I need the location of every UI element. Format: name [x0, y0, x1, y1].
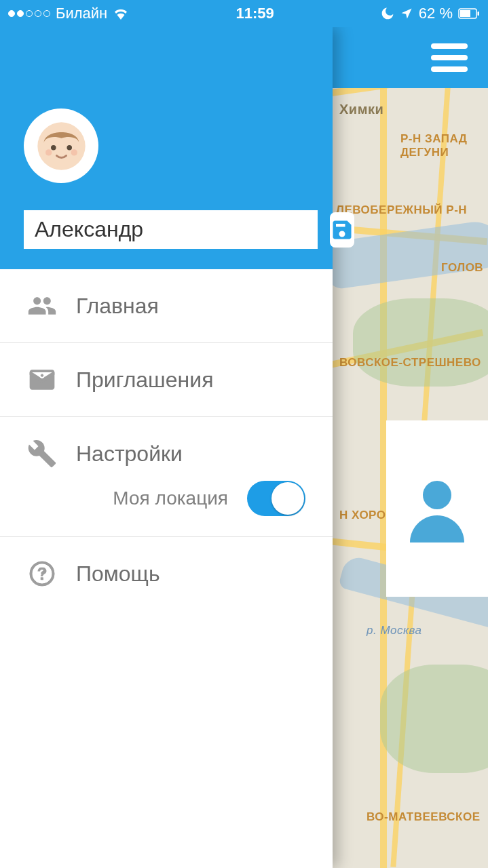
menu-label-help: Помощь: [76, 561, 160, 587]
map-green: [353, 298, 488, 387]
hamburger-menu-icon[interactable]: [431, 43, 468, 72]
map-label-pokrov-stresh: ВОВСКОЕ-СТРЕШНЕВО: [339, 356, 481, 370]
map-green: [380, 665, 488, 773]
save-icon: [330, 218, 354, 242]
drawer-header: [0, 27, 333, 269]
invitation-icon: [27, 365, 57, 395]
user-icon: [396, 468, 478, 549]
wrench-icon: [27, 439, 57, 469]
avatar-face-icon: [36, 121, 87, 172]
battery-icon: [458, 8, 480, 19]
help-icon: ?: [27, 559, 57, 589]
svg-point-4: [45, 149, 52, 155]
status-bar-left: Билайн: [8, 5, 129, 22]
svg-point-2: [51, 145, 56, 151]
svg-point-0: [423, 481, 451, 509]
people-icon: [27, 291, 57, 321]
side-drawer: Главная Приглашения Настройки Моя локаци…: [0, 27, 333, 868]
svg-rect-11: [478, 12, 480, 16]
svg-point-1: [37, 122, 85, 170]
map-label-golov: ГОЛОВ: [441, 261, 483, 275]
map-user-card[interactable]: [386, 420, 488, 597]
toggle-knob: [271, 482, 304, 515]
save-button[interactable]: [330, 212, 354, 248]
svg-point-3: [67, 145, 72, 151]
svg-rect-10: [460, 10, 470, 17]
svg-text:?: ?: [37, 564, 48, 583]
map-label-khimki: Химки: [339, 102, 383, 117]
status-bar-time: 11:59: [129, 5, 381, 22]
status-bar-right: 62 %: [381, 5, 480, 22]
location-toggle[interactable]: [247, 481, 305, 516]
location-toggle-label: Моя локация: [35, 488, 235, 509]
menu-label-settings: Настройки: [76, 441, 183, 467]
name-input[interactable]: [24, 210, 318, 249]
menu-item-invitations[interactable]: Приглашения: [0, 342, 333, 416]
menu-item-settings[interactable]: Настройки: [0, 416, 333, 481]
moon-icon: [381, 7, 394, 20]
menu-sub-location: Моя локация: [0, 481, 333, 536]
svg-point-5: [71, 149, 77, 155]
wifi-icon: [113, 7, 129, 20]
menu-label-home: Главная: [76, 294, 159, 319]
menu-label-invitations: Приглашения: [76, 368, 213, 393]
menu-item-help[interactable]: ? Помощь: [0, 536, 333, 610]
name-row: [24, 210, 309, 249]
carrier-label: Билайн: [56, 5, 107, 22]
map-label-levoberezh: ЛЕВОБЕРЕЖНЫЙ Р-Н: [336, 203, 467, 217]
avatar[interactable]: [24, 108, 98, 183]
map-label-west-degun: Р-Н ЗАПАД ДЕГУНИ: [400, 132, 467, 159]
status-bar: Билайн 11:59 62 %: [0, 0, 488, 27]
signal-dots-icon: [8, 10, 50, 17]
battery-text: 62 %: [419, 5, 453, 22]
location-arrow-icon: [400, 7, 413, 20]
map-label-matveevskoe: ВО-МАТВЕЕВСКОЕ: [367, 810, 481, 824]
menu-item-home[interactable]: Главная: [0, 269, 333, 342]
drawer-menu: Главная Приглашения Настройки Моя локаци…: [0, 269, 333, 610]
map-label-moskva-river: р. Москва: [367, 624, 422, 637]
